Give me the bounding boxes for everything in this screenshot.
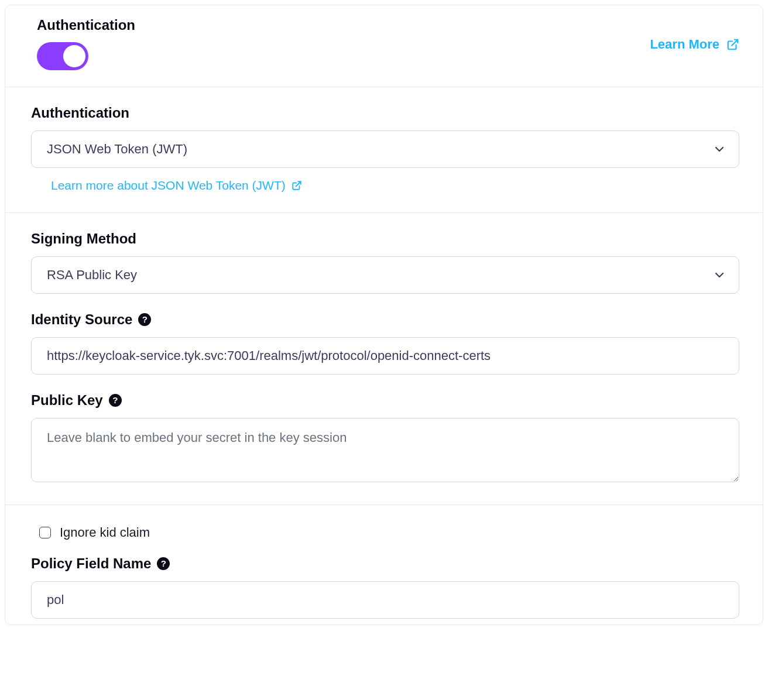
authentication-toggle[interactable] bbox=[37, 42, 88, 70]
external-link-icon bbox=[726, 38, 739, 51]
public-key-label: Public Key bbox=[31, 392, 103, 409]
authentication-panel: Authentication Learn More Authentication… bbox=[5, 5, 763, 625]
auth-header-left: Authentication bbox=[37, 17, 135, 70]
learn-more-link[interactable]: Learn More bbox=[650, 37, 739, 52]
ignore-kid-label[interactable]: Ignore kid claim bbox=[60, 525, 150, 540]
help-icon[interactable]: ? bbox=[138, 313, 151, 326]
learn-more-label: Learn More bbox=[650, 37, 719, 52]
help-icon[interactable]: ? bbox=[157, 557, 170, 570]
ignore-kid-checkbox[interactable] bbox=[39, 527, 51, 538]
auth-type-label: Authentication bbox=[31, 105, 739, 121]
external-link-icon bbox=[292, 180, 302, 191]
policy-section: Ignore kid claim Policy Field Name ? bbox=[5, 505, 763, 624]
auth-type-select[interactable]: JSON Web Token (JWT) bbox=[31, 131, 739, 168]
auth-type-section: Authentication JSON Web Token (JWT) Lear… bbox=[5, 87, 763, 213]
identity-source-label: Identity Source bbox=[31, 311, 132, 328]
help-icon[interactable]: ? bbox=[109, 394, 122, 407]
auth-jwt-learn-more-link[interactable]: Learn more about JSON Web Token (JWT) bbox=[51, 179, 302, 193]
auth-header: Authentication Learn More bbox=[5, 5, 763, 87]
public-key-label-row: Public Key ? bbox=[31, 392, 739, 409]
signing-method-select-wrap: RSA Public Key bbox=[31, 256, 739, 294]
identity-source-label-row: Identity Source ? bbox=[31, 311, 739, 328]
signing-section: Signing Method RSA Public Key Identity S… bbox=[5, 213, 763, 505]
policy-field-input[interactable] bbox=[31, 581, 739, 619]
signing-method-select[interactable]: RSA Public Key bbox=[31, 256, 739, 294]
toggle-knob bbox=[63, 45, 85, 67]
svg-line-0 bbox=[732, 40, 738, 46]
policy-field-label-row: Policy Field Name ? bbox=[31, 555, 739, 572]
ignore-kid-row: Ignore kid claim bbox=[37, 525, 739, 540]
signing-method-label: Signing Method bbox=[31, 231, 739, 247]
policy-field-label: Policy Field Name bbox=[31, 555, 151, 572]
auth-jwt-learn-more-label: Learn more about JSON Web Token (JWT) bbox=[51, 179, 286, 193]
public-key-textarea[interactable] bbox=[31, 418, 739, 482]
identity-source-input[interactable] bbox=[31, 337, 739, 375]
svg-line-1 bbox=[296, 181, 300, 186]
panel-title: Authentication bbox=[37, 17, 135, 34]
auth-type-select-wrap: JSON Web Token (JWT) bbox=[31, 131, 739, 168]
